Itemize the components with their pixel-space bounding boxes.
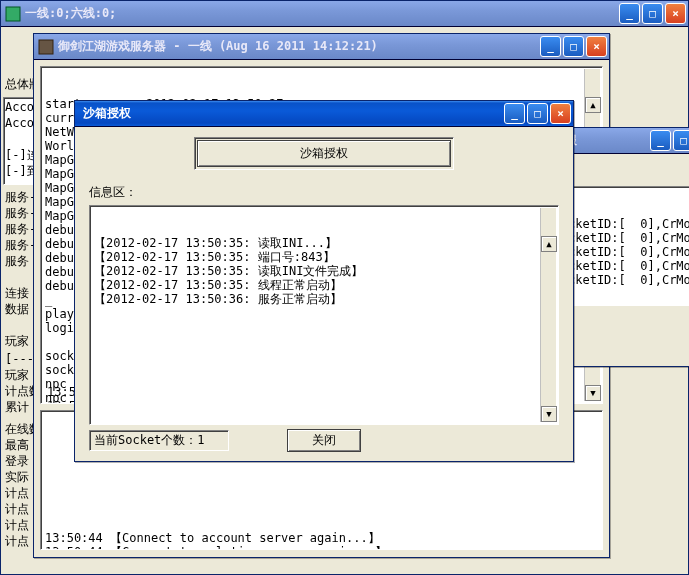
dialog-log: 【2012-02-17 13:50:35: 读取INI...】 【2012-02… bbox=[90, 234, 558, 308]
app-icon bbox=[5, 6, 21, 22]
dialog-close-x-button[interactable]: × bbox=[550, 103, 571, 124]
right-title-text: 服 bbox=[565, 132, 650, 149]
dialog-title-text: 沙箱授权 bbox=[79, 105, 504, 122]
bg-left-panel: Acco Acco [-]连 [-]到 bbox=[3, 97, 37, 185]
bg-mid-labels: 服务- 服务- 服务- 服务- 服务 连接 数据 bbox=[5, 189, 36, 317]
bg-player-header: 玩家 bbox=[5, 333, 29, 349]
server-titlebar: 御剑江湖游戏服务器 - 一线 (Aug 16 2011 14:12:21) _ … bbox=[34, 34, 609, 60]
scroll-down-icon[interactable]: ▼ bbox=[585, 385, 601, 401]
dialog-scroll-down-icon[interactable]: ▼ bbox=[541, 406, 557, 422]
dialog-close-button[interactable]: 关闭 bbox=[287, 429, 361, 452]
server-minimize-button[interactable]: _ bbox=[540, 36, 561, 57]
dialog-scroll-up-icon[interactable]: ▲ bbox=[541, 236, 557, 252]
server-bottom-log: 13:50:44 【Connect to account server agai… bbox=[41, 529, 602, 550]
svg-rect-0 bbox=[6, 7, 20, 21]
server-maximize-button[interactable]: □ bbox=[563, 36, 584, 57]
dialog-scrollbar[interactable]: ▲ ▼ bbox=[540, 208, 556, 422]
right-client-area: cketID:[ 0],CrMon:0 cketID:[ 0],CrMon:0 … bbox=[561, 154, 689, 366]
right-minimize-button[interactable]: _ bbox=[650, 130, 671, 151]
main-titlebar: 一线:0;六线:0; _ □ × bbox=[1, 1, 688, 27]
dialog-log-box: 【2012-02-17 13:50:35: 读取INI...】 【2012-02… bbox=[89, 205, 559, 425]
server-title-text: 御剑江湖游戏服务器 - 一线 (Aug 16 2011 14:12:21) bbox=[58, 38, 540, 55]
socket-count-label: 当前Socket个数：1 bbox=[89, 430, 229, 451]
dialog-minimize-button[interactable]: _ bbox=[504, 103, 525, 124]
right-log-box: cketID:[ 0],CrMon:0 cketID:[ 0],CrMon:0 … bbox=[565, 186, 689, 306]
minimize-button[interactable]: _ bbox=[619, 3, 640, 24]
close-button[interactable]: × bbox=[665, 3, 686, 24]
svg-rect-1 bbox=[39, 40, 53, 54]
right-partial-window: 服 _ □ × cketID:[ 0],CrMon:0 cketID:[ 0],… bbox=[560, 127, 689, 367]
dialog-titlebar: 沙箱授权 _ □ × bbox=[75, 101, 573, 127]
scroll-up-icon[interactable]: ▲ bbox=[585, 97, 601, 113]
dialog-client-area: 沙箱授权 信息区： 【2012-02-17 13:50:35: 读取INI...… bbox=[75, 127, 573, 461]
right-titlebar: 服 _ □ × bbox=[561, 128, 689, 154]
right-maximize-button[interactable]: □ bbox=[673, 130, 689, 151]
dialog-maximize-button[interactable]: □ bbox=[527, 103, 548, 124]
server-app-icon bbox=[38, 39, 54, 55]
sandbox-auth-button[interactable]: 沙箱授权 bbox=[197, 140, 451, 167]
maximize-button[interactable]: □ bbox=[642, 3, 663, 24]
right-log: cketID:[ 0],CrMon:0 cketID:[ 0],CrMon:0 … bbox=[566, 215, 689, 289]
main-title-text: 一线:0;六线:0; bbox=[25, 5, 619, 22]
info-label: 信息区： bbox=[89, 184, 559, 201]
sandbox-auth-dialog: 沙箱授权 _ □ × 沙箱授权 信息区： 【2012-02-17 13:50:3… bbox=[74, 100, 574, 462]
server-close-button[interactable]: × bbox=[586, 36, 607, 57]
